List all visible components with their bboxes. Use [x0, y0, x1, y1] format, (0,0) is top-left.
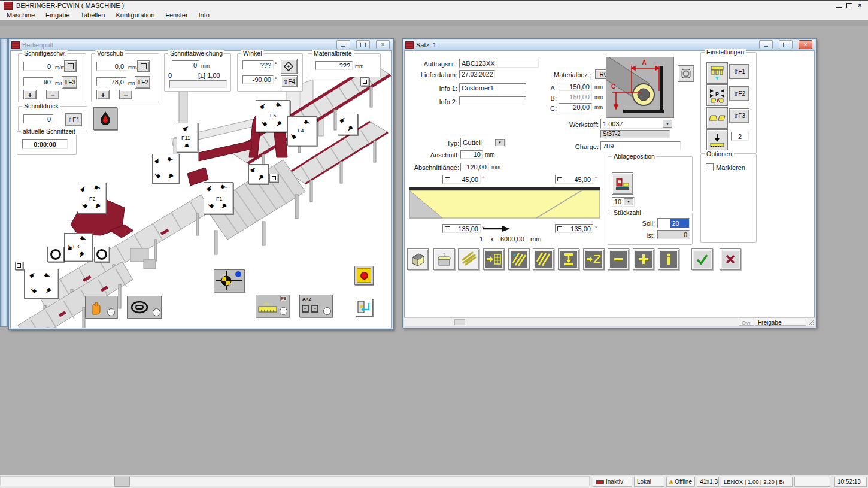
- profile-setting-button[interactable]: [706, 107, 728, 129]
- satz-minimize-icon[interactable]: [759, 40, 773, 49]
- einstellungen-fkey3-button[interactable]: ⇧F3: [729, 108, 749, 123]
- bedienpult-maximize-icon[interactable]: [356, 40, 370, 49]
- bedienpult-title-bar[interactable]: Bedienpult ×: [10, 40, 393, 50]
- dim-b-field[interactable]: 150,00: [559, 93, 592, 101]
- lieferdatum-field[interactable]: 27.02.2022: [459, 70, 495, 78]
- jog-button-small-2[interactable]: ☛ ☛: [248, 164, 269, 184]
- menu-konfiguration[interactable]: Konfiguration: [110, 11, 160, 19]
- schnittgeschw-actual-field[interactable]: 0: [23, 62, 53, 71]
- schnittdruck-field[interactable]: 0: [23, 114, 53, 123]
- jog-button-small-1[interactable]: ☛ ☛: [338, 114, 358, 135]
- jog-button-f5[interactable]: ☛ ☛ F5 ☛ ☛: [256, 100, 290, 132]
- satz-maximize-icon[interactable]: [779, 40, 793, 49]
- horizontal-scrollbar[interactable]: [0, 476, 590, 486]
- resize-grip-icon[interactable]: [808, 320, 814, 326]
- jog-button-f4[interactable]: ☛ F4 ☛: [287, 116, 317, 146]
- vorschub-plus-button[interactable]: +: [96, 90, 110, 99]
- vorschub-fkey-button[interactable]: ⇧F2: [135, 76, 150, 89]
- jog-button-f1[interactable]: ☛ ☛ F1 ☛ ☛: [204, 182, 233, 214]
- checkbox-icon[interactable]: [706, 163, 714, 171]
- coolant-button[interactable]: [93, 107, 117, 130]
- schnittgeschw-minus-button[interactable]: −: [46, 90, 59, 99]
- schnittgeschw-plus-button[interactable]: +: [23, 90, 37, 99]
- vorschub-actual-field[interactable]: 0,0: [96, 62, 126, 71]
- menu-tabellen[interactable]: Tabellen: [75, 11, 110, 19]
- toolbar-to-table-button[interactable]: [483, 248, 505, 270]
- menu-maschine[interactable]: Maschine: [1, 11, 40, 19]
- sensor-button-1[interactable]: [360, 77, 369, 86]
- schnittzeit-field[interactable]: 0:00:00: [22, 139, 68, 149]
- toolbar-ibeam-button[interactable]: [558, 248, 579, 270]
- toolbar-new-piece-button[interactable]: [407, 248, 429, 270]
- schnittabweichung-field[interactable]: 0: [172, 60, 199, 69]
- measure-button-f8[interactable]: F8 ¾: [256, 295, 289, 317]
- clamp-setting-button[interactable]: [706, 62, 728, 84]
- chevron-down-icon[interactable]: ▼: [663, 120, 672, 128]
- einstellungen-fkey1-button[interactable]: ⇧F1: [729, 64, 749, 79]
- ablage-dropdown[interactable]: 10 ▼: [612, 197, 635, 207]
- maximize-icon[interactable]: [846, 3, 852, 8]
- minimize-icon[interactable]: [836, 7, 842, 8]
- toolbar-bundle-button[interactable]: [458, 248, 479, 270]
- a-plus-z-button[interactable]: A+Z: [299, 295, 333, 317]
- sensor-button-2[interactable]: [269, 174, 278, 183]
- jog-button-f2[interactable]: ☛ ☛ F2 ☛ ☛: [78, 183, 107, 214]
- jog-button-f11[interactable]: ☛ F11 ☛: [177, 123, 198, 153]
- scrollbar-thumb[interactable]: [114, 477, 130, 487]
- toolbar-hatch-button[interactable]: [533, 248, 554, 270]
- winkel-actual-field[interactable]: ???: [242, 60, 274, 69]
- angle-top-right-field[interactable]: 45,00: [555, 175, 593, 184]
- schnittgeschw-fkey-button[interactable]: ⇧F3: [62, 76, 77, 89]
- jog-button-4way-1[interactable]: ☛ ☛ ☛ ☛: [152, 154, 180, 184]
- emergency-stop-button[interactable]: [354, 266, 374, 285]
- bedienpult-minimize-icon[interactable]: [336, 40, 350, 49]
- typ-combo[interactable]: Gutteil ▼: [460, 138, 506, 147]
- toolbar-hatch-z-button[interactable]: z: [508, 248, 530, 270]
- reference-button[interactable]: [214, 269, 245, 292]
- satz-close-icon[interactable]: ×: [799, 40, 812, 49]
- winkel-fkey-button[interactable]: ⇧F4: [281, 75, 298, 87]
- dim-c-field[interactable]: 20,00: [559, 103, 592, 111]
- schnittdruck-fkey-button[interactable]: ⇧F1: [65, 113, 82, 126]
- toolbar-minus-button[interactable]: [608, 248, 629, 270]
- menu-eingabe[interactable]: Eingabe: [40, 11, 75, 19]
- toolbar-arrow-z-button[interactable]: [583, 248, 605, 270]
- charge-field[interactable]: 789: [600, 141, 681, 150]
- manual-mode-button[interactable]: [85, 296, 117, 319]
- exit-button[interactable]: [356, 299, 373, 317]
- chevron-down-icon[interactable]: ▼: [495, 139, 505, 146]
- menu-fenster[interactable]: Fenster: [160, 11, 193, 19]
- angle-bottom-right-field[interactable]: 135,00: [555, 224, 593, 233]
- abschnitt-field[interactable]: 120,00: [460, 163, 489, 171]
- ablage-icon-button[interactable]: [612, 172, 633, 195]
- close-icon[interactable]: ×: [857, 2, 862, 8]
- feed-count-field[interactable]: 2: [731, 132, 749, 141]
- vorschub-set-field[interactable]: 78,0: [96, 77, 126, 86]
- satz-title-bar[interactable]: Satz: 1 ×: [403, 40, 815, 50]
- vorschub-stop-button[interactable]: [137, 60, 150, 72]
- werkstoff-combo[interactable]: 1.0037 ▼: [600, 119, 673, 129]
- angle-top-left-field[interactable]: 45,00: [442, 175, 481, 184]
- chevron-down-icon[interactable]: ▼: [624, 198, 633, 205]
- winkel-set-field[interactable]: -90,00: [242, 75, 274, 84]
- auftragsnr-field[interactable]: ABC123XX: [459, 59, 539, 68]
- schnittgeschw-set-field[interactable]: 90: [23, 77, 53, 86]
- toolbar-open-box-button[interactable]: ?: [433, 248, 455, 270]
- toolbar-info-button[interactable]: [658, 248, 679, 270]
- info1-field[interactable]: Customer1: [459, 83, 526, 92]
- bedienpult-close-icon[interactable]: ×: [376, 40, 390, 49]
- indicator-button-2[interactable]: [94, 247, 110, 262]
- dim-a-field[interactable]: 150,00: [559, 83, 592, 91]
- angle-bottom-left-field[interactable]: 135,00: [442, 224, 481, 233]
- indicator-button-1[interactable]: [47, 247, 64, 262]
- winkel-diamond-button[interactable]: [280, 59, 298, 74]
- sensor-button-3[interactable]: [15, 262, 23, 270]
- jog-button-f3[interactable]: ☛ F3 ☛ ☛: [64, 233, 93, 262]
- info2-field[interactable]: [459, 96, 526, 105]
- toolbar-ok-button[interactable]: [691, 248, 713, 270]
- menu-info[interactable]: Info: [193, 11, 215, 19]
- toolbar-cancel-button[interactable]: [720, 248, 741, 270]
- materialbreite-field[interactable]: ???: [315, 61, 353, 70]
- schnittgeschw-stop-button[interactable]: [64, 60, 77, 72]
- toolbar-plus-button[interactable]: [633, 248, 654, 270]
